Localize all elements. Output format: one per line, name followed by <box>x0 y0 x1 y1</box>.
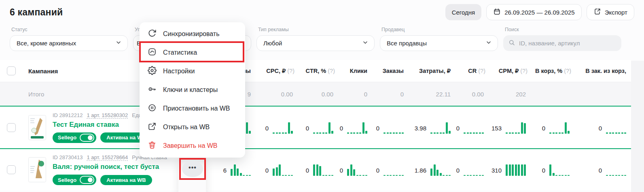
cell-to-cart: 0 <box>531 164 574 176</box>
column-header-orders: Заказы <box>372 68 409 74</box>
cell-cr: 0 <box>455 164 489 176</box>
sparkline <box>549 164 571 176</box>
status-select[interactable]: Все, кроме архивных <box>10 35 128 51</box>
campaigns-table: Кампания Показы CPC, ₽(?) CTR, %(?) Клик… <box>0 60 631 190</box>
filter-search-label: Поиск <box>503 27 621 32</box>
cell-orders: 0 <box>372 164 409 176</box>
context-menu: Синхронизировать Статистика Настройки Кл… <box>140 22 245 158</box>
cell-ctr: 0 <box>298 122 338 134</box>
filter-seller-label: Продавец <box>380 27 498 32</box>
sync-icon <box>148 29 157 39</box>
trash-icon <box>148 141 157 151</box>
filter-search: Поиск <box>503 27 621 51</box>
sparkline <box>383 164 405 176</box>
cell-cpm: 310 <box>489 164 531 176</box>
sparkline <box>464 164 485 176</box>
totals-row: Итого 9 0.00 0.00 0 0 22.11 0.00 202 <box>0 82 631 107</box>
statistics-icon <box>148 47 157 58</box>
filter-status: Статус Все, кроме архивных <box>10 27 128 51</box>
sellego-toggle[interactable]: Sellego <box>53 175 96 185</box>
total-cr: 0.00 <box>455 91 489 98</box>
column-header-to-cart: В корз, %(?) <box>531 68 574 74</box>
export-button[interactable]: Экспорт <box>587 4 634 20</box>
filters-bar: Статус Все, кроме архивных Управление Вс… <box>0 27 644 51</box>
cell-cpm: 153 <box>489 122 531 134</box>
status-badge: Активна на WB <box>100 175 152 185</box>
settings-icon <box>148 66 157 77</box>
chevron-down-icon <box>362 39 369 47</box>
search-icon <box>508 39 515 48</box>
total-clicks: 0 <box>338 91 372 98</box>
column-header-cr: CR(?) <box>455 68 489 74</box>
campaign-id: ID 28730413 <box>53 154 83 160</box>
sparkline <box>430 164 452 176</box>
cell-cpc: 0 <box>256 122 298 134</box>
table-row: ID 28730413 1 арт. 155278664 Ручная став… <box>0 149 631 190</box>
sparkline <box>549 122 571 134</box>
date-range-button[interactable]: 26.09.2025 — 26.09.2025 <box>486 4 581 20</box>
menu-item-sync[interactable]: Синхронизировать <box>140 25 245 43</box>
cell-costs: 1.86 <box>409 164 455 176</box>
open-external-icon <box>148 122 157 132</box>
cell-clicks: 0 <box>338 122 372 134</box>
column-header-costs: Затраты, ₽ <box>409 68 455 74</box>
sparkline <box>606 164 628 176</box>
filter-seller: Продавец Все продавцы <box>380 27 498 51</box>
sparkline <box>313 122 335 134</box>
column-header-cpm: CPM, ₽(?) <box>489 68 531 74</box>
chevron-down-icon <box>485 39 492 47</box>
menu-item-pause[interactable]: Приостановить на WB <box>140 99 245 118</box>
chevron-down-icon <box>115 39 122 47</box>
sellego-toggle[interactable]: Sellego <box>53 132 96 143</box>
sparkline <box>506 122 527 134</box>
campaign-articles-link[interactable]: 1 арт. 155280302 <box>87 112 128 119</box>
seller-select[interactable]: Все продавцы <box>380 35 498 51</box>
pause-icon <box>148 103 157 114</box>
sparkline <box>383 122 405 134</box>
total-costs: 22.11 <box>409 91 455 98</box>
sparkline <box>273 164 294 176</box>
row-actions-more-button[interactable]: ••• <box>182 161 203 177</box>
page-header: 6 кампаний Сегодня 26.09.2025 — 26.09.20… <box>0 0 644 20</box>
cell-costs: 3.98 <box>409 122 455 134</box>
campaign-id: ID 28912212 <box>53 112 83 118</box>
ad-type-select[interactable]: Любой <box>256 35 375 51</box>
campaign-name-link[interactable]: Тест Единая ставка <box>53 121 119 129</box>
select-all-checkbox[interactable] <box>7 66 16 75</box>
filter-ad-type-label: Тип рекламы <box>256 27 375 32</box>
table-row: ID 28912212 1 арт. 155280302 Единая став… <box>0 107 631 149</box>
cell-impressions: 6 <box>217 164 256 176</box>
row-checkbox[interactable] <box>7 123 16 132</box>
export-icon <box>593 8 601 17</box>
table-scroll-gutter <box>631 61 644 192</box>
filter-ad-type: Тип рекламы Любой <box>256 27 375 51</box>
campaign-articles-link[interactable]: 1 арт. 155278664 <box>87 154 128 161</box>
menu-item-statistics[interactable]: Статистика <box>140 43 245 62</box>
calendar-icon <box>493 8 501 17</box>
cell-cr: 0 <box>455 122 489 134</box>
column-header-to-order: В зак. из корз, <box>574 68 631 74</box>
sparkline <box>430 122 452 134</box>
filter-status-label: Статус <box>10 27 128 32</box>
today-button[interactable]: Сегодня <box>445 4 482 20</box>
sparkline <box>506 164 527 176</box>
menu-item-finish-wb[interactable]: Завершить на WB <box>140 137 245 155</box>
cell-to-cart: 0 <box>531 122 574 134</box>
row-checkbox[interactable] <box>7 165 16 174</box>
cell-orders: 0 <box>372 122 409 134</box>
menu-item-settings[interactable]: Настройки <box>140 62 245 81</box>
total-ctr: 0.00 <box>298 91 338 98</box>
total-orders: 0 <box>372 91 409 98</box>
campaign-name-link[interactable]: Валя: ручной поиск, тест буста <box>53 163 159 171</box>
menu-item-keys[interactable]: Ключи и кластеры <box>140 81 245 99</box>
cell-to-order: 0 <box>574 122 631 134</box>
cell-ctr: 0 <box>298 164 338 176</box>
sparkline <box>231 164 252 176</box>
sparkline <box>606 122 628 134</box>
toggle-knob <box>80 176 94 184</box>
search-input[interactable] <box>519 40 616 47</box>
search-box <box>503 35 621 51</box>
table-header-row: Кампания Показы CPC, ₽(?) CTR, %(?) Клик… <box>0 60 631 82</box>
menu-item-open-wb[interactable]: Открыть на WB <box>140 118 245 137</box>
total-cpm: 202 <box>489 91 531 98</box>
